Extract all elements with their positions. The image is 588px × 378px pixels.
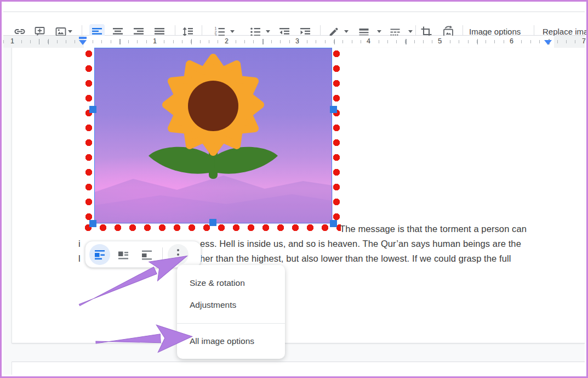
- selected-sunflower-image[interactable]: [94, 48, 332, 223]
- in-line-icon: [94, 249, 106, 261]
- google-docs-screenshot: { "toolbar": { "image_options_label": "I…: [0, 0, 588, 378]
- paragraph-line-3-fragment: l: [78, 252, 81, 264]
- ruler-number: 6: [510, 37, 513, 45]
- numbered-list-caret-icon[interactable]: [230, 30, 235, 33]
- document-canvas[interactable]: The message is that the torment a person…: [3, 48, 585, 375]
- paragraph-line-1: The message is that the torment a person…: [340, 223, 527, 235]
- ruler-number: 5: [438, 37, 442, 45]
- wrap-text-button[interactable]: [113, 244, 134, 265]
- paragraph-line-2-fragment: i: [78, 238, 81, 250]
- menu-divider: [177, 323, 285, 324]
- paragraph-line-2: ess. Hell is inside us, and so is heaven…: [200, 238, 521, 250]
- selection-dots-left: [85, 50, 93, 224]
- resize-handle-left[interactable]: [89, 106, 96, 113]
- border-dash-caret-icon[interactable]: [408, 30, 413, 33]
- in-line-button[interactable]: [89, 244, 110, 265]
- paragraph-line-3: her than the highest, but also lower tha…: [200, 252, 511, 264]
- three-dot-menu-icon: [177, 249, 179, 259]
- ruler-number: 2: [225, 37, 229, 45]
- resize-handle-bottom[interactable]: [209, 219, 216, 226]
- menu-item-size-rotation[interactable]: Size & rotation: [177, 273, 285, 294]
- ruler-number: 1: [10, 37, 14, 45]
- resize-handle-bottom-left[interactable]: [89, 220, 96, 227]
- ruler-half-ticks: [3, 39, 585, 44]
- insert-image-caret-icon[interactable]: [68, 30, 72, 33]
- selection-dots-right: [333, 50, 340, 224]
- break-text-button[interactable]: [136, 244, 157, 265]
- wrap-text-icon: [117, 249, 129, 261]
- menu-item-all-image-options[interactable]: All image options: [177, 331, 285, 352]
- pill-separator: [162, 247, 163, 262]
- sunflower-illustration: [95, 48, 333, 224]
- resize-handle-right[interactable]: [330, 106, 337, 113]
- resize-handle-bottom-right[interactable]: [330, 220, 337, 227]
- first-line-indent-marker[interactable]: [79, 37, 87, 39]
- border-color-caret-icon[interactable]: [344, 30, 349, 33]
- break-text-icon: [141, 249, 153, 261]
- main-toolbar: 1 2 3: [3, 12, 585, 36]
- image-alignment-toolbar: [85, 241, 201, 268]
- ruler-number: 7: [582, 37, 586, 45]
- menu-bar-remnant: [3, 3, 585, 12]
- border-weight-caret-icon[interactable]: [377, 30, 381, 33]
- image-options-menu: Size & rotation Adjustments All image op…: [177, 265, 285, 359]
- left-indent-marker[interactable]: [79, 40, 87, 45]
- ruler-number: 4: [367, 37, 370, 45]
- bulleted-list-caret-icon[interactable]: [266, 30, 270, 33]
- document-page-2[interactable]: [12, 362, 585, 375]
- ruler-number: 3: [295, 37, 299, 45]
- right-indent-marker[interactable]: [544, 40, 552, 45]
- image-more-options-button[interactable]: [168, 244, 189, 265]
- menu-item-adjustments[interactable]: Adjustments: [177, 295, 285, 315]
- horizontal-ruler: 1 1 2 3 4 5 6 7: [3, 36, 585, 48]
- ruler-number: 1: [153, 37, 157, 45]
